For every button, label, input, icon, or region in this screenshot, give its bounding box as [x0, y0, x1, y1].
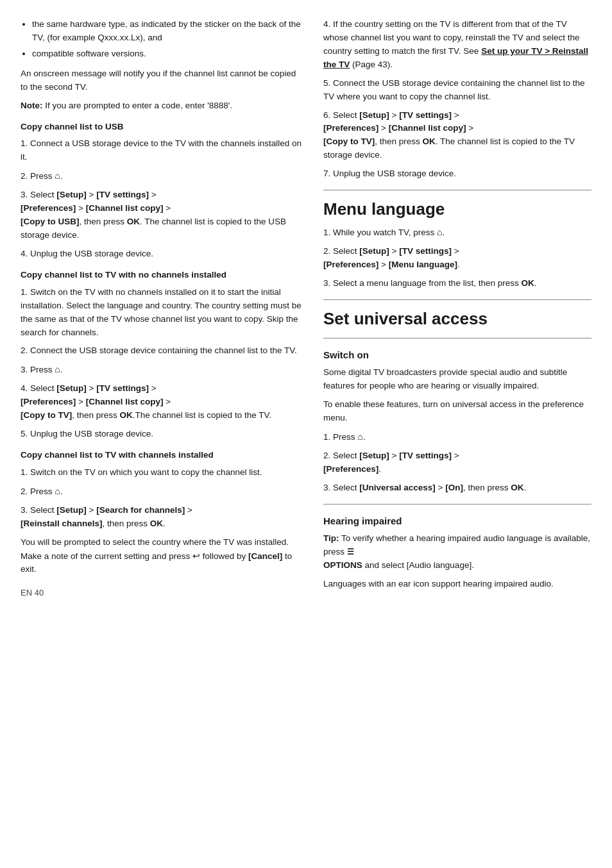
hearing-impaired-title: Hearing impaired [323, 513, 591, 528]
hearing-impaired-section: Hearing impaired Tip: To verify whether … [323, 513, 591, 591]
section2-heading: Copy channel list to TV with no channels… [21, 269, 303, 282]
page-footer: EN 40 [21, 588, 303, 597]
menu-lang-step2: 2. Select [Setup] > [TV settings] > [Pre… [323, 245, 591, 272]
switch-on-body2: To enable these features, turn on univer… [323, 398, 591, 425]
options-icon: ☰ [347, 547, 353, 556]
switch-on-step1: 1. Press ⌂. [323, 430, 591, 444]
back-icon: ↩ [192, 551, 200, 561]
section3-body2: You will be prompted to select the count… [21, 536, 303, 577]
home-icon-5: ⌂ [357, 431, 362, 442]
tip-label: Tip: [323, 533, 339, 543]
section2-step5: 5. Unplug the USB storage device. [21, 428, 303, 441]
section2-step3: 3. Press ⌂. [21, 363, 303, 377]
home-icon-2: ⌂ [55, 364, 60, 374]
right-column: 4. If the country setting on the TV is d… [323, 18, 591, 597]
universal-access-section: Set universal access Switch on Some digi… [323, 309, 591, 495]
section2-step2: 2. Connect the USB storage device contai… [21, 344, 303, 358]
menu-language-title: Menu language [323, 199, 591, 219]
section1-step3: 3. Select [Setup] > [TV settings] > [Pre… [21, 188, 303, 242]
onscreen-message: An onscreen message will notify you if t… [21, 67, 303, 94]
section1-heading: Copy channel list to USB [21, 121, 303, 134]
menu-lang-step3: 3. Select a menu language from the list,… [323, 277, 591, 290]
switch-on-title: Switch on [323, 347, 591, 362]
note-content: If you are prompted to enter a code, ent… [43, 101, 233, 110]
section3-step3: 3. Select [Setup] > [Search for channels… [21, 504, 303, 531]
hearing-options-suffix: and select [Audio language]. [362, 560, 474, 570]
universal-access-title: Set universal access [323, 309, 591, 329]
section1-step2: 2. Press ⌂. [21, 169, 303, 183]
note-paragraph: Note: If you are prompted to enter a cod… [21, 99, 303, 113]
section3-heading: Copy channel list to TV with channels in… [21, 449, 303, 462]
switch-on-step2: 2. Select [Setup] > [TV settings] > [Pre… [323, 449, 591, 476]
hearing-tip-body: To verify whether a hearing impaired aud… [323, 533, 590, 556]
reinstall-link[interactable]: Set up your TV > Reinstall the TV [323, 46, 588, 69]
switch-on-step3: 3. Select [Universal access] > [On], the… [323, 481, 591, 495]
section1-step4: 4. Unplug the USB storage device. [21, 247, 303, 261]
hearing-body2: Languages with an ear icon support heari… [323, 578, 591, 591]
intro-bullets: the same hardware type, as indicated by … [32, 18, 303, 61]
menu-lang-step1: 1. While you watch TV, press ⌂. [323, 226, 591, 240]
left-column: the same hardware type, as indicated by … [21, 18, 303, 597]
bullet-item: the same hardware type, as indicated by … [32, 18, 303, 45]
section2-step4b: .The channel list is copied to the TV. [133, 410, 271, 420]
section1-step1: 1. Connect a USB storage device to the T… [21, 137, 303, 164]
right-step4: 4. If the country setting on the TV is d… [323, 18, 591, 72]
section2-step1: 1. Switch on the TV with no channels ins… [21, 286, 303, 340]
section2-step4: 4. Select [Setup] > [TV settings] > [Pre… [21, 382, 303, 422]
bullet-item: compatible software versions. [32, 47, 303, 61]
options-label: OPTIONS [323, 560, 362, 570]
divider-menu-lang [323, 190, 591, 190]
hearing-tip: Tip: To verify whether a hearing impaire… [323, 532, 591, 572]
right-step5: 5. Connect the USB storage device contai… [323, 77, 591, 104]
menu-language-section: Menu language 1. While you watch TV, pre… [323, 199, 591, 290]
note-label: Note: [21, 101, 43, 110]
home-icon-3: ⌂ [55, 486, 60, 496]
home-icon: ⌂ [55, 171, 60, 181]
right-intro-block: 4. If the country setting on the TV is d… [323, 18, 591, 181]
right-step7: 7. Unplug the USB storage device. [323, 167, 591, 181]
section3-step1: 1. Switch on the TV on which you want to… [21, 466, 303, 480]
switch-on-body1: Some digital TV broadcasters provide spe… [323, 366, 591, 393]
home-icon-4: ⌂ [437, 227, 442, 237]
page-number: EN 40 [21, 588, 44, 597]
divider-switch-on [323, 338, 591, 338]
divider-hearing [323, 504, 591, 505]
right-step6: 6. Select [Setup] > [TV settings] > [Pre… [323, 109, 591, 163]
section3-step2: 2. Press ⌂. [21, 485, 303, 499]
divider-universal [323, 299, 591, 300]
